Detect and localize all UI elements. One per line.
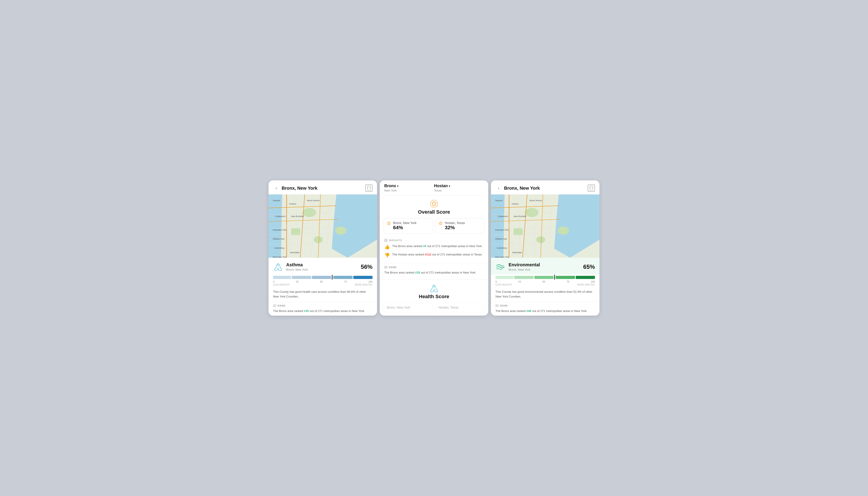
compare-col-1: Bronx ▾ New York	[384, 184, 434, 192]
middle-panel: Bronx ▾ New York Hostan ▾ Texas Overall …	[380, 181, 488, 315]
health-score-divider	[380, 279, 488, 294]
insight-item-2: 👎 The Hostan area ranked #112 out of 271…	[384, 252, 484, 258]
svg-point-6	[335, 227, 347, 235]
right-back-button[interactable]: ‹	[495, 185, 502, 191]
health-score-cards: Bronx, New York Hostan, Texas	[380, 303, 488, 315]
insights-label: INSIGHTS	[384, 239, 484, 242]
left-panel: ‹ Bronx, New York	[269, 181, 377, 315]
location2-dropdown[interactable]: Hostan ▾	[434, 184, 484, 188]
middle-rank-section: RANK The Bronx area ranked #35 out of 27…	[380, 263, 488, 278]
svg-text:Englewood: Englewood	[275, 215, 285, 217]
bookmark-icon[interactable]	[365, 185, 373, 192]
svg-rect-37	[384, 240, 388, 241]
less-healthy-label: LESS HEALTHY	[273, 283, 290, 286]
svg-text:West New York: West New York	[495, 256, 509, 258]
health-score-title: Health Score	[380, 294, 488, 303]
mid-rank-text: The Bronx area ranked #35 out of 271 met…	[384, 270, 484, 275]
bar-marker	[332, 275, 332, 280]
right-score-category: Environmental	[509, 262, 580, 267]
svg-text:Yonkers: Yonkers	[289, 203, 296, 205]
right-rank-text: The Bronx area ranked #46 out of 271 met…	[495, 309, 595, 313]
right-score-location: Bronx, New York	[509, 268, 580, 271]
left-score-section: Asthma Bronx, New York 56%	[269, 258, 377, 275]
svg-point-8	[314, 236, 323, 243]
left-score-location: Bronx, New York	[286, 268, 358, 271]
health-score-card-1: Bronx, New York	[383, 303, 433, 312]
more-healthy-label: MORE HEALTHY	[355, 283, 373, 286]
right-score-section: Environmental Bronx, New York 65%	[491, 258, 599, 275]
svg-point-50	[536, 236, 545, 243]
green-bar-seg-3	[534, 276, 554, 279]
bar-seg-1	[273, 276, 291, 279]
green-bar-seg-1	[495, 276, 514, 279]
svg-text:Guttenberg: Guttenberg	[274, 247, 284, 249]
score-card-1: Bronx, New York 64%	[383, 218, 433, 234]
svg-text:Mount Vernon: Mount Vernon	[307, 199, 320, 202]
insight-item-1: 👍 The Bronx area ranked #5 out of 271 me…	[384, 244, 484, 250]
left-score-pct: 56%	[361, 263, 373, 270]
thumbs-up-icon: 👍	[384, 244, 390, 250]
left-bar-section: 0 25 50 75 100 LESS HEALTHY MORE HEALTHY	[269, 275, 377, 288]
right-description: This County has good environmental acces…	[491, 288, 599, 302]
left-bar-track	[273, 275, 373, 279]
svg-text:Manhattan: Manhattan	[290, 251, 300, 254]
right-less-healthy-label: LESS HEALTHY	[495, 283, 512, 286]
svg-text:Cliffside Park: Cliffside Park	[273, 238, 285, 240]
thumbs-down-icon: 👎	[384, 252, 390, 258]
bar-seg-3	[312, 276, 331, 279]
left-score-category: Asthma	[286, 262, 358, 267]
svg-text:New Rochelle: New Rochelle	[291, 215, 304, 217]
bar-seg-4	[333, 276, 353, 279]
left-rank-text: The Bronx area ranked #35 out of 271 met…	[273, 309, 373, 313]
right-panel: ‹ Bronx, New York	[491, 181, 599, 315]
right-bar-axis-numbers: 0 25 50 75 100	[495, 280, 595, 283]
bar-axis-numbers: 0 25 50 75 100	[273, 280, 373, 283]
compare-col-2: Hostan ▾ Texas	[434, 184, 484, 192]
score-cards: Bronx, New York 64% Hostan, Texas 32%	[380, 218, 488, 237]
insight-text-1: The Bronx area ranked #5 out of 271 metr…	[392, 244, 483, 248]
right-bar-marker	[554, 275, 555, 280]
right-rank-section: RANK The Bronx area ranked #46 out of 27…	[491, 302, 599, 315]
right-bar-track	[495, 275, 595, 279]
svg-text:New Rochelle: New Rochelle	[514, 215, 526, 217]
wind-icon	[495, 262, 505, 272]
right-panel-title: Bronx, New York	[504, 186, 540, 191]
right-bar-health-labels: LESS HEALTHY MORE HEALTHY	[495, 283, 595, 286]
compare-header: Bronx ▾ New York Hostan ▾ Texas	[380, 181, 488, 195]
green-bar-seg-4	[556, 276, 575, 279]
location1-dropdown[interactable]: Bronx ▾	[384, 184, 434, 188]
right-bookmark-icon[interactable]	[588, 185, 595, 192]
overall-score-title: Overall Score	[380, 209, 488, 218]
insights-section: INSIGHTS 👍 The Bronx area ranked #5 out …	[380, 237, 488, 263]
right-more-healthy-label: MORE HEALTHY	[577, 283, 595, 286]
bar-health-labels: LESS HEALTHY MORE HEALTHY	[273, 283, 373, 286]
left-rank-section: RANK The Bronx area ranked #35 out of 27…	[269, 302, 377, 315]
overall-icon-area	[380, 196, 488, 209]
svg-text:Englewood: Englewood	[498, 215, 508, 217]
mid-rank-label: RANK	[384, 266, 484, 268]
left-description: This County has good health care access …	[269, 288, 377, 302]
green-bar-seg-2	[514, 276, 534, 279]
right-score-pct: 65%	[583, 263, 595, 270]
svg-text:Mount Vernon: Mount Vernon	[530, 199, 542, 202]
svg-rect-42	[590, 186, 593, 190]
right-map: Teaneck Yonkers Mount Vernon Englewood N…	[491, 195, 599, 258]
chevron2-icon: ▾	[449, 184, 450, 188]
bar-seg-5	[353, 276, 373, 279]
back-button[interactable]: ‹	[273, 185, 279, 191]
right-bar-section: 0 25 50 75 100 LESS HEALTHY MORE HEALTHY	[491, 275, 599, 288]
svg-text:West New York: West New York	[273, 256, 286, 258]
left-map: Teaneck Yonkers Mount Vernon Englewood N…	[269, 195, 377, 258]
lungs-icon	[273, 262, 283, 272]
right-rank-label: RANK	[495, 304, 595, 307]
screen-wrapper: ‹ Bronx, New York	[264, 176, 604, 320]
svg-text:Teaneck: Teaneck	[273, 199, 280, 202]
chevron1-icon: ▾	[397, 184, 398, 188]
left-header: ‹ Bronx, New York	[269, 181, 377, 195]
svg-rect-38	[384, 241, 388, 242]
svg-rect-36	[384, 239, 388, 239]
svg-text:Teaneck: Teaneck	[495, 199, 503, 202]
svg-text:Cliffside Park: Cliffside Park	[495, 238, 507, 240]
health-score-card-2: Hostan, Texas	[435, 303, 485, 312]
svg-point-48	[558, 227, 569, 235]
